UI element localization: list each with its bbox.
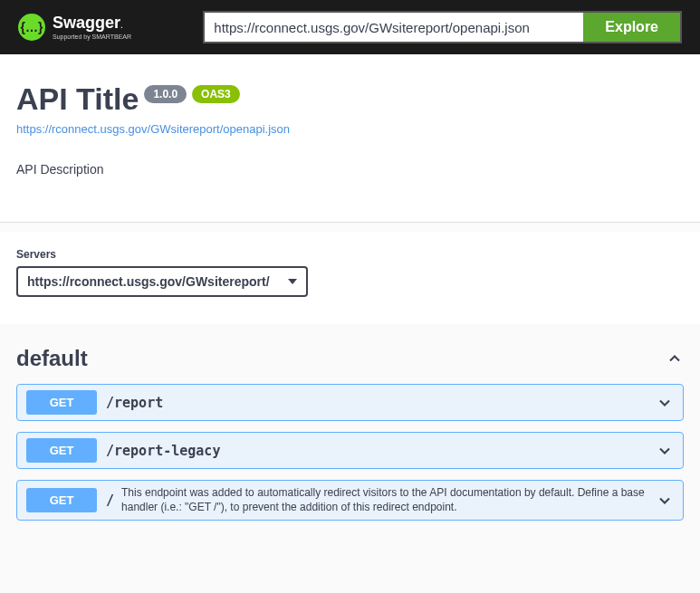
- operations-section: default GET /report GET /report-legacy G…: [0, 324, 700, 548]
- title-row: API Title 1.0.0 OAS3: [16, 81, 684, 117]
- chevron-down-icon: [656, 394, 674, 412]
- operation-path: /: [106, 493, 114, 509]
- operation-row[interactable]: GET /report: [16, 384, 684, 421]
- servers-label: Servers: [16, 248, 684, 261]
- tag-header[interactable]: default: [16, 340, 684, 384]
- logo-text: Swagger: [53, 14, 120, 32]
- chevron-down-icon: [656, 492, 674, 510]
- logo[interactable]: {…} Swagger. Supported by SMARTBEAR: [18, 14, 131, 41]
- chevron-down-icon: [656, 442, 674, 460]
- api-description: API Description: [16, 162, 684, 177]
- http-method-badge: GET: [26, 438, 97, 463]
- spec-url-input[interactable]: [203, 11, 583, 43]
- operation-row[interactable]: GET / This endpoint was added to automat…: [16, 480, 684, 521]
- info-section: API Title 1.0.0 OAS3 https://rconnect.us…: [0, 54, 700, 223]
- server-select[interactable]: https://rconnect.usgs.gov/GWsitereport/: [16, 266, 308, 297]
- operation-path: /report: [106, 395, 163, 411]
- topbar: {…} Swagger. Supported by SMARTBEAR Expl…: [0, 0, 700, 54]
- tag-name: default: [16, 346, 88, 371]
- chevron-up-icon: [666, 349, 684, 368]
- server-select-wrap: https://rconnect.usgs.gov/GWsitereport/: [16, 266, 308, 297]
- logo-text-wrap: Swagger. Supported by SMARTBEAR: [53, 14, 131, 40]
- version-badge: 1.0.0: [144, 85, 187, 103]
- url-form: Explore: [203, 11, 682, 43]
- http-method-badge: GET: [26, 488, 97, 512]
- servers-section: Servers https://rconnect.usgs.gov/GWsite…: [0, 232, 700, 324]
- logo-subtitle: Supported by SMARTBEAR: [53, 33, 131, 40]
- oas-badge: OAS3: [192, 85, 240, 103]
- swagger-icon: {…}: [18, 14, 45, 41]
- spec-url-link[interactable]: https://rconnect.usgs.gov/GWsitereport/o…: [16, 122, 290, 136]
- operation-row[interactable]: GET /report-legacy: [16, 432, 684, 469]
- operation-path: /report-legacy: [106, 443, 220, 459]
- page-title: API Title: [16, 81, 139, 117]
- operation-description: This endpoint was added to automatically…: [121, 486, 648, 514]
- http-method-badge: GET: [26, 390, 97, 415]
- explore-button[interactable]: Explore: [583, 11, 682, 43]
